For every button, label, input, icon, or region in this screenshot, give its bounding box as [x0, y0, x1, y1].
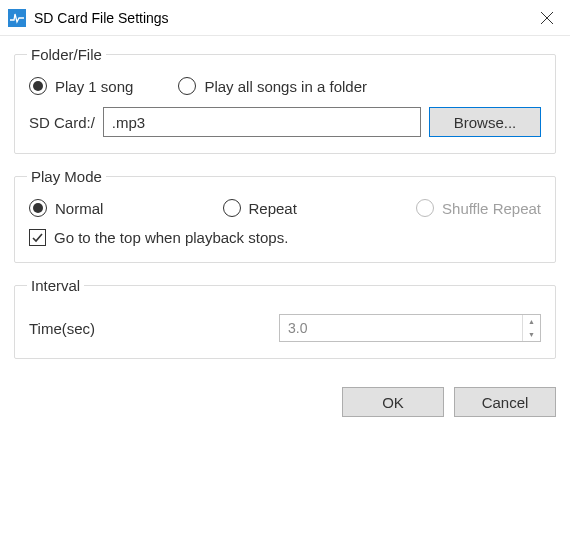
- window-title: SD Card File Settings: [34, 10, 524, 26]
- radio-icon: [29, 77, 47, 95]
- play-all-songs-radio[interactable]: Play all songs in a folder: [178, 77, 367, 95]
- browse-button[interactable]: Browse...: [429, 107, 541, 137]
- play-mode-legend: Play Mode: [27, 168, 106, 185]
- play-mode-group: Play Mode Normal Repeat Shuffle Repeat: [14, 168, 556, 263]
- play-one-song-label: Play 1 song: [55, 78, 133, 95]
- folder-file-group: Folder/File Play 1 song Play all songs i…: [14, 46, 556, 154]
- spinner-buttons: ▲ ▼: [522, 315, 540, 341]
- checkbox-icon: [29, 229, 46, 246]
- app-icon: [8, 9, 26, 27]
- shuffle-repeat-radio: Shuffle Repeat: [416, 199, 541, 217]
- radio-icon: [416, 199, 434, 217]
- ok-button[interactable]: OK: [342, 387, 444, 417]
- folder-file-legend: Folder/File: [27, 46, 106, 63]
- go-to-top-label: Go to the top when playback stops.: [54, 229, 288, 246]
- close-icon: [541, 12, 553, 24]
- repeat-radio[interactable]: Repeat: [223, 199, 297, 217]
- radio-icon: [223, 199, 241, 217]
- check-icon: [31, 231, 44, 244]
- normal-radio[interactable]: Normal: [29, 199, 103, 217]
- time-value: 3.0: [280, 315, 522, 341]
- shuffle-repeat-label: Shuffle Repeat: [442, 200, 541, 217]
- radio-icon: [29, 199, 47, 217]
- time-spinner[interactable]: 3.0 ▲ ▼: [279, 314, 541, 342]
- button-bar: OK Cancel: [0, 383, 570, 421]
- spinner-up-button[interactable]: ▲: [523, 315, 540, 328]
- time-sec-label: Time(sec): [29, 320, 279, 337]
- normal-label: Normal: [55, 200, 103, 217]
- go-to-top-checkbox[interactable]: Go to the top when playback stops.: [29, 229, 288, 246]
- radio-icon: [178, 77, 196, 95]
- close-button[interactable]: [524, 0, 570, 36]
- play-one-song-radio[interactable]: Play 1 song: [29, 77, 133, 95]
- cancel-button[interactable]: Cancel: [454, 387, 556, 417]
- interval-legend: Interval: [27, 277, 84, 294]
- play-all-songs-label: Play all songs in a folder: [204, 78, 367, 95]
- spinner-down-button[interactable]: ▼: [523, 328, 540, 341]
- sd-card-path-label: SD Card:/: [29, 114, 95, 131]
- interval-group: Interval Time(sec) 3.0 ▲ ▼: [14, 277, 556, 359]
- titlebar: SD Card File Settings: [0, 0, 570, 36]
- repeat-label: Repeat: [249, 200, 297, 217]
- dialog-content: Folder/File Play 1 song Play all songs i…: [0, 36, 570, 383]
- sd-card-path-input[interactable]: [103, 107, 421, 137]
